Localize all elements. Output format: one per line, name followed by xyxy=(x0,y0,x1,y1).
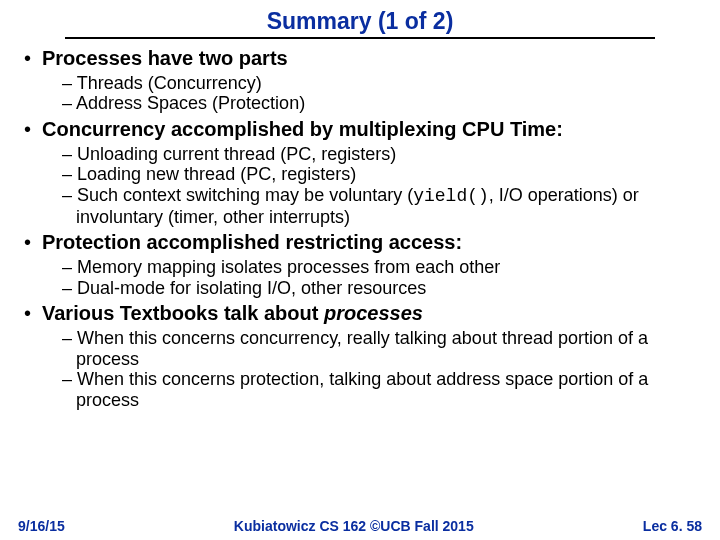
bullet-text: Various Textbooks talk about processes xyxy=(42,302,423,324)
bullet-item: •Protection accomplished restricting acc… xyxy=(24,231,702,255)
slide-title: Summary (1 of 2) xyxy=(18,8,702,35)
footer: 9/16/15 Kubiatowicz CS 162 ©UCB Fall 201… xyxy=(0,518,720,534)
sub-list: – Memory mapping isolates processes from… xyxy=(24,257,702,298)
footer-course: Kubiatowicz CS 162 ©UCB Fall 2015 xyxy=(234,518,474,534)
footer-date: 9/16/15 xyxy=(18,518,65,534)
sub-item: – Address Spaces (Protection) xyxy=(62,93,702,114)
sub-item: – Dual-mode for isolating I/O, other res… xyxy=(62,278,702,299)
dash-icon: – xyxy=(62,278,77,298)
bullet-text: Protection accomplished restricting acce… xyxy=(42,231,462,253)
sub-item: – Unloading current thread (PC, register… xyxy=(62,144,702,165)
dash-icon: – xyxy=(62,328,77,348)
bullet-icon: • xyxy=(24,118,42,142)
dash-icon: – xyxy=(62,144,77,164)
dash-icon: – xyxy=(62,185,77,205)
bullet-item: •Various Textbooks talk about processes xyxy=(24,302,702,326)
dash-icon: – xyxy=(62,257,77,277)
sub-list: – Threads (Concurrency)– Address Spaces … xyxy=(24,73,702,114)
bullet-item: •Concurrency accomplished by multiplexin… xyxy=(24,118,702,142)
sub-item: – When this concerns concurrency, really… xyxy=(62,328,702,369)
sub-item: – When this concerns protection, talking… xyxy=(62,369,702,410)
sub-item: – Loading new thread (PC, registers) xyxy=(62,164,702,185)
bullet-item: •Processes have two parts xyxy=(24,47,702,71)
bullet-icon: • xyxy=(24,231,42,255)
sub-item: – Memory mapping isolates processes from… xyxy=(62,257,702,278)
dash-icon: – xyxy=(62,369,77,389)
dash-icon: – xyxy=(62,164,77,184)
italic-text: processes xyxy=(324,302,423,324)
sub-list: – When this concerns concurrency, really… xyxy=(24,328,702,411)
bullet-text: Processes have two parts xyxy=(42,47,288,69)
title-underline xyxy=(65,37,655,39)
dash-icon: – xyxy=(62,73,77,93)
bullet-text: Concurrency accomplished by multiplexing… xyxy=(42,118,563,140)
slide: Summary (1 of 2) •Processes have two par… xyxy=(0,0,720,540)
code-text: yield() xyxy=(413,186,489,206)
bullet-icon: • xyxy=(24,47,42,71)
dash-icon: – xyxy=(62,93,76,113)
sub-item: – Threads (Concurrency) xyxy=(62,73,702,94)
bullet-list: •Processes have two parts– Threads (Conc… xyxy=(18,47,702,411)
footer-page: Lec 6. 58 xyxy=(643,518,702,534)
sub-list: – Unloading current thread (PC, register… xyxy=(24,144,702,228)
bullet-icon: • xyxy=(24,302,42,326)
sub-item: – Such context switching may be voluntar… xyxy=(62,185,702,227)
